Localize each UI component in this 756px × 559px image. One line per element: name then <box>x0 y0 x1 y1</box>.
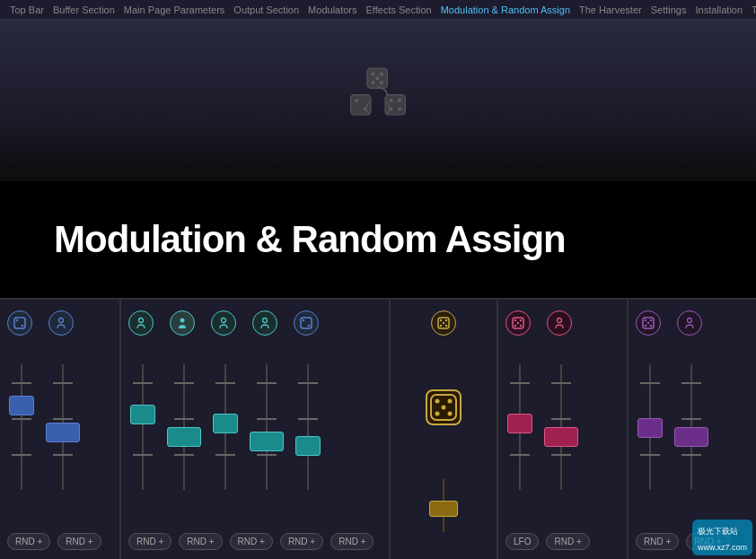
fader-thumb-large[interactable] <box>167 427 201 447</box>
svg-point-32 <box>435 398 440 403</box>
panel-4: LFO RND + <box>498 300 629 559</box>
nav-item-topbar[interactable]: Top Bar <box>5 4 48 15</box>
dice-icon-panel3[interactable] <box>431 310 456 336</box>
fader-track <box>690 364 692 490</box>
fader-3-panel2 <box>211 364 240 508</box>
person-icon-panel4[interactable] <box>547 310 572 336</box>
nav-item-modulation[interactable]: Modulation & Random Assign <box>436 4 575 15</box>
rnd-button-2-panel2[interactable]: RND + <box>179 533 222 550</box>
fader-track <box>183 364 185 490</box>
nav-item-installation[interactable]: Installation <box>690 4 747 15</box>
rnd-button-4-panel2[interactable]: RND + <box>280 533 323 550</box>
nav-item-mainpage[interactable]: Main Page Parameters <box>119 4 230 15</box>
fader-thumb[interactable] <box>295 436 321 456</box>
svg-point-4 <box>371 81 374 84</box>
dice-icon-panel1[interactable] <box>7 310 32 336</box>
lfo-button-panel4[interactable]: LFO <box>505 533 539 550</box>
fader-thumb[interactable] <box>507 414 532 433</box>
svg-point-48 <box>645 325 646 327</box>
svg-point-34 <box>442 405 446 409</box>
svg-point-20 <box>222 319 226 323</box>
fader-thumb[interactable] <box>9 396 34 415</box>
svg-point-39 <box>520 319 522 321</box>
svg-rect-14 <box>14 318 25 328</box>
fader-2-panel5 <box>677 364 706 508</box>
panel-3-dice-area <box>398 336 489 478</box>
fader-thumb-large[interactable] <box>544 427 578 447</box>
svg-point-30 <box>445 325 447 327</box>
nav-item-modulators[interactable]: Modulators <box>303 4 361 15</box>
fader-line <box>53 382 73 384</box>
rnd-button-1-panel5[interactable]: RND + <box>636 533 679 550</box>
fader-thumb[interactable] <box>637 418 663 438</box>
rnd-button-1-panel2[interactable]: RND + <box>128 533 171 550</box>
svg-point-42 <box>520 325 522 327</box>
nav-item-harvester[interactable]: The Harvester <box>575 4 646 15</box>
watermark: 极光下载站 www.xz7.com <box>692 520 752 555</box>
fader-line-2 <box>298 418 318 420</box>
fader-line <box>551 382 571 384</box>
rnd-button-1-panel1[interactable]: RND + <box>7 533 50 550</box>
fader-track <box>560 364 562 490</box>
fader-line-3 <box>133 454 153 456</box>
svg-point-47 <box>647 322 649 324</box>
fader-thumb-large[interactable] <box>674 427 708 447</box>
rnd-button-5-panel2[interactable]: RND + <box>330 533 374 550</box>
panel-4-faders <box>505 346 620 526</box>
svg-point-10 <box>389 99 392 102</box>
fader-line-2 <box>53 418 73 420</box>
svg-point-43 <box>558 319 562 323</box>
fader-line-3 <box>53 454 73 456</box>
rnd-button-2-panel1[interactable]: RND + <box>57 533 101 550</box>
fader-thumb[interactable] <box>213 414 238 433</box>
fader-5-panel2 <box>294 364 322 508</box>
dice-icon-panel4[interactable] <box>505 310 531 336</box>
dice-big-icon[interactable] <box>426 389 462 425</box>
panel-2-icon-row <box>128 310 382 336</box>
fader-thumb-yellow[interactable] <box>429 501 458 517</box>
nav-item-output[interactable]: Output Section <box>229 4 303 15</box>
fader-line-3 <box>215 454 235 456</box>
fader-thumb-large[interactable] <box>46 423 80 442</box>
svg-point-24 <box>308 325 310 327</box>
fader-track <box>266 364 268 490</box>
fader-track-yellow <box>443 478 444 532</box>
person-icon-panel5[interactable] <box>677 310 702 336</box>
svg-point-27 <box>445 319 447 321</box>
fader-track <box>224 364 226 490</box>
nav-item-buffer[interactable]: Buffer Section <box>48 4 119 15</box>
fader-line <box>640 382 660 384</box>
rnd-button-3-panel2[interactable]: RND + <box>230 533 273 550</box>
fader-thumb-large[interactable] <box>250 432 284 451</box>
svg-point-28 <box>443 322 444 324</box>
fader-thumb[interactable] <box>130 405 155 424</box>
svg-point-26 <box>440 319 442 321</box>
person-icon-2-panel2[interactable] <box>211 310 236 336</box>
panel-3-fader <box>398 478 489 550</box>
person-icon-1-panel2[interactable] <box>128 310 154 336</box>
svg-point-40 <box>517 322 519 324</box>
svg-point-46 <box>650 319 652 321</box>
nav-item-toc[interactable]: Table of Content <box>747 4 756 15</box>
svg-point-7 <box>355 99 358 102</box>
dice-icon-panel2[interactable] <box>294 310 319 336</box>
fader-line-2 <box>551 418 571 420</box>
fader-col-panel3 <box>429 478 458 550</box>
person-icon-3-panel2[interactable] <box>252 310 277 336</box>
nav-item-settings[interactable]: Settings <box>646 4 691 15</box>
svg-point-41 <box>514 325 516 327</box>
svg-point-29 <box>440 325 442 327</box>
fader-line <box>12 382 31 384</box>
fader-2-panel1 <box>48 364 77 508</box>
dice-icon-panel5[interactable] <box>636 310 661 336</box>
fader-line <box>174 382 194 384</box>
panel-3 <box>391 300 498 559</box>
svg-point-45 <box>645 319 646 321</box>
rnd-button-panel4[interactable]: RND + <box>546 533 589 550</box>
person-solid-icon-panel2[interactable] <box>170 310 195 336</box>
person-icon-panel1[interactable] <box>48 310 74 336</box>
fader-1-panel1 <box>7 364 36 508</box>
fader-line-3 <box>510 454 530 456</box>
nav-item-effects[interactable]: Effects Section <box>362 4 436 15</box>
page-title: Modulation & Random Assign <box>54 218 566 261</box>
